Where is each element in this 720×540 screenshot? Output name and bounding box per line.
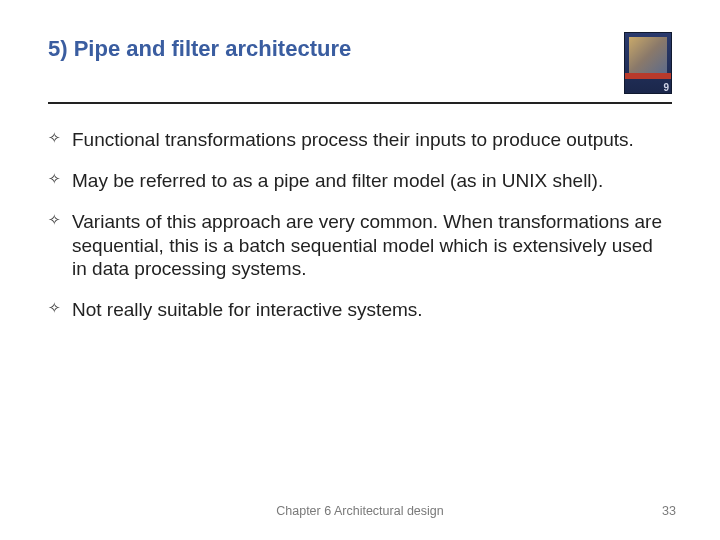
header-divider [48, 102, 672, 104]
slide-footer: Chapter 6 Architectural design [0, 504, 720, 518]
bullet-list: Functional transformations process their… [48, 128, 672, 321]
list-item: Not really suitable for interactive syst… [48, 298, 668, 321]
list-item: Variants of this approach are very commo… [48, 210, 668, 280]
book-cover-band [625, 73, 671, 79]
slide-header: 5) Pipe and filter architecture 9 [48, 32, 672, 102]
slide: 5) Pipe and filter architecture 9 Functi… [0, 0, 720, 540]
book-cover-thumbnail: 9 [624, 32, 672, 94]
page-number: 33 [662, 504, 676, 518]
slide-title: 5) Pipe and filter architecture [48, 32, 351, 62]
list-item: Functional transformations process their… [48, 128, 668, 151]
book-edition-number: 9 [663, 82, 669, 93]
book-cover-image [629, 37, 667, 73]
footer-chapter-label: Chapter 6 Architectural design [276, 504, 443, 518]
list-item: May be referred to as a pipe and filter … [48, 169, 668, 192]
